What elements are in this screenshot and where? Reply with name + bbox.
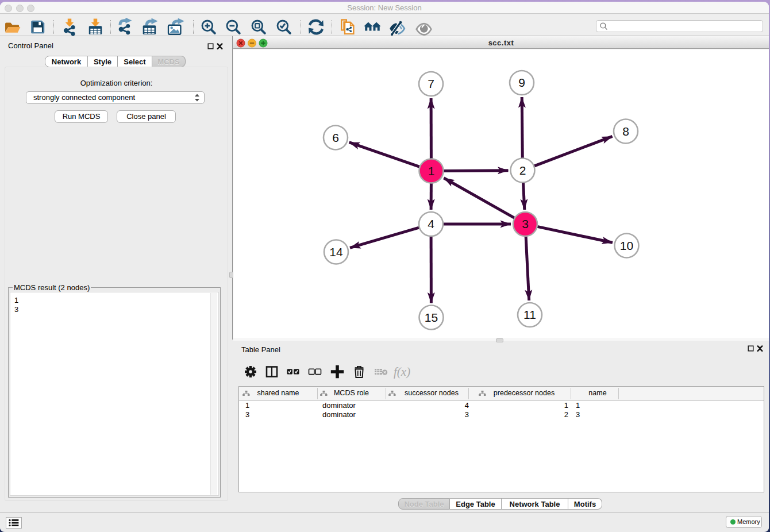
svg-text:8: 8 [622, 125, 629, 138]
svg-text:15: 15 [425, 311, 438, 324]
svg-text:10: 10 [620, 239, 633, 252]
svg-text:14: 14 [329, 245, 343, 259]
svg-text:11: 11 [523, 308, 536, 321]
svg-text:1: 1 [428, 164, 435, 178]
svg-text:7: 7 [428, 77, 434, 90]
svg-text:3: 3 [522, 217, 529, 230]
svg-text:2: 2 [519, 164, 526, 177]
svg-text:9: 9 [518, 76, 525, 89]
svg-text:4: 4 [428, 217, 434, 230]
svg-text:6: 6 [332, 131, 339, 144]
svg-text:f(x): f(x) [394, 365, 410, 379]
